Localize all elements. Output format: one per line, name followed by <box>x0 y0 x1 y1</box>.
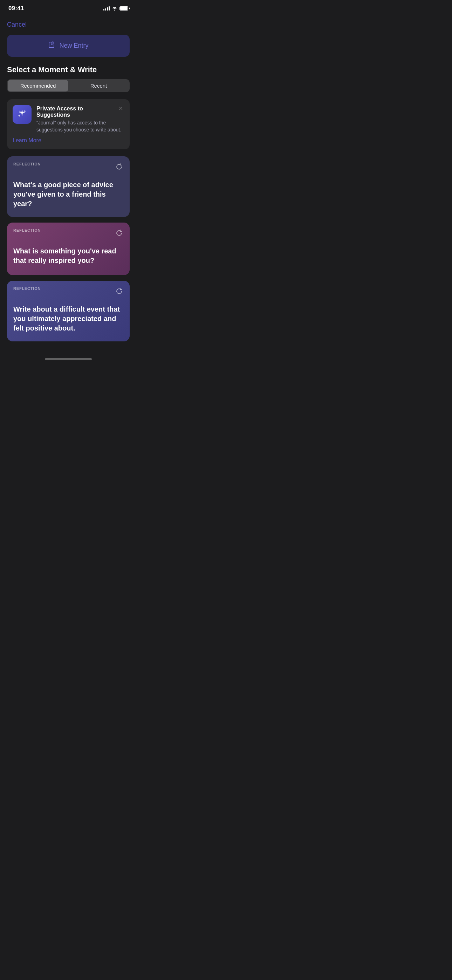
sparkles-icon <box>16 108 28 121</box>
privacy-card: ✕ Private Access to Suggestions "Journal… <box>7 99 130 149</box>
privacy-card-header: Private Access to Suggestions "Journal" … <box>13 105 124 133</box>
reflection-question-3: Write about a difficult event that you u… <box>13 305 123 333</box>
segmented-control: Recommended Recent <box>7 79 130 92</box>
status-time: 09:41 <box>8 5 24 12</box>
reflection-type-2: REFLECTION <box>13 228 123 232</box>
refresh-button-1[interactable] <box>113 161 125 172</box>
tab-recent[interactable]: Recent <box>68 80 129 91</box>
reflection-type-1: REFLECTION <box>13 162 123 166</box>
new-entry-label: New Entry <box>59 42 88 49</box>
refresh-button-2[interactable] <box>113 228 125 239</box>
reflection-card-2[interactable]: REFLECTION What is something you've read… <box>7 223 130 275</box>
tab-recommended[interactable]: Recommended <box>8 80 68 91</box>
new-entry-button[interactable]: New Entry <box>7 35 130 57</box>
refresh-button-3[interactable] <box>113 286 125 297</box>
cancel-button[interactable]: Cancel <box>7 18 27 31</box>
privacy-icon-wrapper <box>13 105 32 124</box>
section-title: Select a Moment & Write <box>7 65 130 74</box>
home-bar <box>45 358 92 360</box>
battery-icon <box>119 6 128 11</box>
home-indicator <box>0 354 137 363</box>
reflection-card-3[interactable]: REFLECTION Write about a difficult event… <box>7 281 130 341</box>
status-bar: 09:41 <box>0 0 137 16</box>
main-content: Cancel New Entry Select a Moment & Write… <box>0 16 137 354</box>
edit-icon <box>48 41 56 51</box>
learn-more-button[interactable]: Learn More <box>13 137 41 144</box>
privacy-title: Private Access to Suggestions <box>37 105 124 118</box>
reflection-type-3: REFLECTION <box>13 286 123 291</box>
privacy-text: Private Access to Suggestions "Journal" … <box>37 105 124 133</box>
svg-point-0 <box>114 10 115 11</box>
reflection-question-2: What is something you've read that reall… <box>13 247 123 265</box>
reflection-question-1: What's a good piece of advice you've giv… <box>13 180 123 208</box>
close-button[interactable]: ✕ <box>116 104 125 113</box>
wifi-icon <box>112 6 118 11</box>
status-icons <box>103 6 128 11</box>
signal-icon <box>103 6 110 11</box>
privacy-description: "Journal" only has access to the suggest… <box>37 119 124 133</box>
reflection-card-1[interactable]: REFLECTION What's a good piece of advice… <box>7 156 130 217</box>
